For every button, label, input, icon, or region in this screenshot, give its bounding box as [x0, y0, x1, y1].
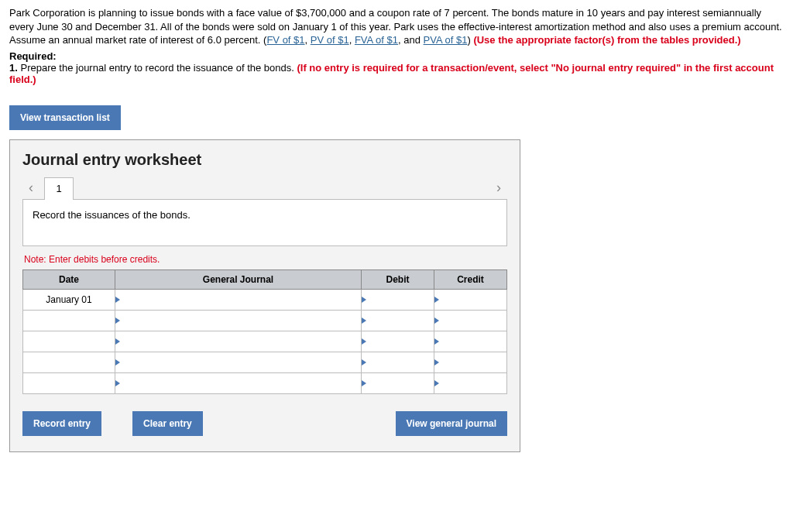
debits-before-credits-note: Note: Enter debits before credits. [24, 254, 507, 265]
cell-date[interactable] [23, 352, 115, 372]
cell-date[interactable] [23, 372, 115, 393]
col-header-credit: Credit [434, 269, 507, 289]
step-tab-1[interactable]: 1 [44, 177, 74, 200]
link-fv-of-1[interactable]: FV of $1 [266, 34, 304, 46]
chevron-left-icon[interactable]: ‹ [22, 180, 39, 196]
chevron-right-icon[interactable]: › [490, 180, 507, 196]
cell-credit[interactable] [434, 352, 507, 372]
cell-date[interactable]: January 01 [23, 289, 115, 310]
cell-credit[interactable] [434, 331, 507, 352]
table-row [23, 331, 507, 352]
cell-general-journal[interactable] [115, 331, 362, 352]
link-pv-of-1[interactable]: PV of $1 [311, 34, 349, 46]
table-row [23, 352, 507, 372]
cell-general-journal[interactable] [115, 352, 362, 372]
col-header-general-journal: General Journal [115, 269, 362, 289]
cell-date[interactable] [23, 310, 115, 331]
cell-debit[interactable] [362, 289, 434, 310]
cell-general-journal[interactable] [115, 372, 362, 393]
requirement-1: 1. Prepare the journal entry to record t… [9, 62, 784, 85]
cell-debit[interactable] [362, 310, 434, 331]
cell-debit[interactable] [362, 372, 434, 393]
record-entry-button[interactable]: Record entry [22, 411, 101, 436]
journal-table: Date General Journal Debit Credit Januar… [22, 269, 507, 394]
cell-general-journal[interactable] [115, 289, 362, 310]
required-label: Required: [9, 50, 784, 62]
col-header-date: Date [23, 269, 115, 289]
view-transaction-list-button[interactable]: View transaction list [9, 105, 121, 130]
worksheet-title: Journal entry worksheet [22, 151, 507, 169]
cell-debit[interactable] [362, 331, 434, 352]
cell-debit[interactable] [362, 352, 434, 372]
journal-entry-worksheet: Journal entry worksheet ‹ 1 › Record the… [9, 139, 520, 452]
table-row: January 01 [23, 289, 507, 310]
factor-hint: (Use the appropriate factor(s) from the … [473, 34, 740, 46]
link-pva-of-1[interactable]: PVA of $1 [424, 34, 468, 46]
cell-general-journal[interactable] [115, 310, 362, 331]
link-fva-of-1[interactable]: FVA of $1 [355, 34, 398, 46]
table-row [23, 310, 507, 331]
view-general-journal-button[interactable]: View general journal [396, 411, 507, 436]
table-row [23, 372, 507, 393]
cell-credit[interactable] [434, 372, 507, 393]
cell-credit[interactable] [434, 289, 507, 310]
clear-entry-button[interactable]: Clear entry [132, 411, 203, 436]
problem-statement: Park Corporation is planning to issue bo… [9, 6, 784, 47]
cell-date[interactable] [23, 331, 115, 352]
transaction-instruction: Record the issuances of the bonds. [22, 199, 507, 246]
cell-credit[interactable] [434, 310, 507, 331]
col-header-debit: Debit [362, 269, 434, 289]
